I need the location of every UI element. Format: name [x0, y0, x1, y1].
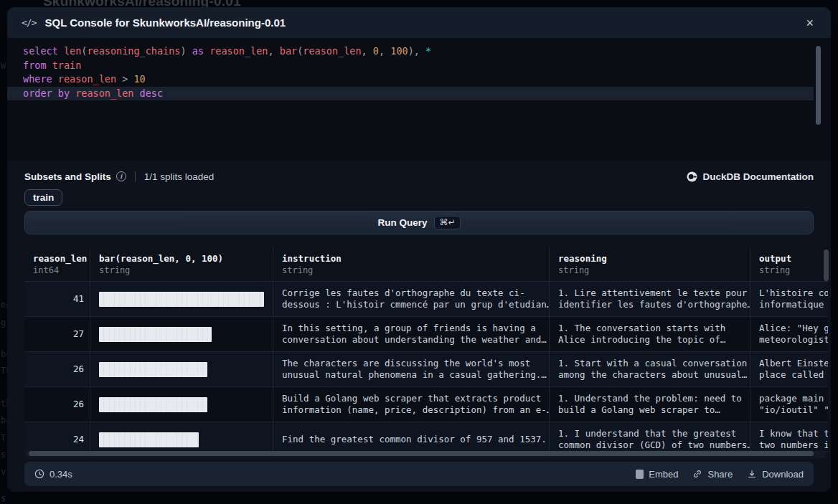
column-header-reason-len[interactable]: reason_len int64 — [24, 247, 90, 281]
sql-token: reason_len — [75, 87, 133, 99]
sql-token: select — [23, 45, 58, 57]
sql-token: reason_len — [58, 73, 116, 85]
table-header-row: reason_len int64 bar(reason_len, 0, 100)… — [24, 247, 828, 282]
cell-reason-len: 41 — [24, 282, 90, 316]
cell-instruction: Build a Golang web scraper that extracts… — [273, 387, 549, 422]
sql-token — [187, 45, 192, 57]
embed-button[interactable]: Embed — [636, 469, 678, 480]
column-name: instruction — [282, 253, 540, 264]
cell-output-text: Albert Einste place called — [759, 358, 828, 381]
share-label: Share — [707, 469, 733, 480]
download-button[interactable]: Download — [747, 469, 804, 480]
splits-title: Subsets and Splits — [24, 171, 111, 182]
sql-token: len — [64, 45, 81, 57]
sql-token: reason_len — [210, 45, 268, 57]
cell-reasoning-text: 1. Start with a casual conversation amon… — [558, 358, 747, 381]
results-table: reason_len int64 bar(reason_len, 0, 100)… — [24, 247, 828, 457]
sql-line[interactable]: order by reason_len desc — [7, 87, 814, 101]
table-row[interactable]: 41Corrige les fautes d'orthographe du te… — [24, 282, 828, 317]
table-row[interactable]: 26The characters are discussing the worl… — [24, 352, 828, 387]
table-row[interactable]: 27In this setting, a group of friends is… — [24, 317, 828, 352]
cell-reasoning-text: 1. Lire attentivement le texte pour iden… — [558, 287, 750, 311]
sql-console-modal: </> SQL Console for SkunkworksAI/reasoni… — [7, 7, 831, 492]
cell-instruction-text: Corrige les fautes d'orthographe du text… — [282, 287, 549, 311]
column-header-output[interactable]: output string — [750, 247, 828, 281]
column-header-bar[interactable]: bar(reason_len, 0, 100) string — [90, 247, 273, 281]
sql-token: reasoning_chains — [87, 45, 180, 57]
cell-output-text: L'histoire co informatique — [759, 287, 828, 311]
cell-output: package main "io/ioutil" " — [750, 387, 828, 422]
cell-reason-len: 26 — [24, 352, 90, 386]
link-icon — [692, 469, 702, 479]
duckdb-logo-icon — [687, 171, 697, 182]
sql-line[interactable]: where reason_len > 10 — [7, 72, 831, 87]
download-label: Download — [762, 469, 804, 480]
column-name: bar(reason_len, 0, 100) — [99, 253, 264, 264]
sql-token: * — [425, 45, 431, 57]
download-icon — [747, 469, 757, 479]
query-duration: 0.34s — [34, 469, 72, 480]
embed-icon — [636, 470, 644, 479]
cell-output: Alice: "Hey g meteorologist — [750, 317, 828, 351]
background-text-fragment: s — [1, 450, 6, 460]
info-icon[interactable]: i — [116, 171, 126, 181]
table-horizontal-scrollbar[interactable] — [29, 451, 814, 456]
divider — [135, 171, 136, 181]
cell-bar — [90, 352, 273, 386]
column-type: int64 — [33, 265, 84, 275]
sql-token: reason_len — [303, 45, 361, 57]
cell-bar — [90, 317, 273, 351]
cell-reason-len: 27 — [24, 317, 90, 351]
cell-reasoning: 1. The conversation starts with Alice in… — [549, 317, 750, 351]
sql-token: by — [58, 87, 70, 99]
sql-line[interactable]: select len(reasoning_chains) as reason_l… — [7, 44, 831, 59]
column-name: reasoning — [558, 253, 741, 264]
share-button[interactable]: Share — [692, 469, 733, 480]
column-name: output — [759, 253, 819, 264]
sql-token: 100 — [390, 45, 408, 57]
background-text-fragment: W — [1, 61, 6, 71]
run-query-button[interactable]: Run Query ⌘↵ — [24, 211, 814, 234]
sql-token — [52, 73, 58, 85]
sql-token: order — [23, 87, 52, 99]
bar-visualization — [99, 327, 212, 342]
column-header-reasoning[interactable]: reasoning string — [549, 247, 750, 281]
sql-token: train — [52, 60, 82, 71]
sql-token: desc — [140, 87, 164, 99]
bar-visualization — [99, 397, 207, 412]
sql-token — [52, 87, 58, 99]
editor-vertical-scrollbar[interactable] — [816, 46, 821, 125]
sql-token: , — [379, 45, 385, 57]
sql-editor[interactable]: select len(reasoning_chains) as reason_l… — [7, 39, 831, 161]
table-vertical-scrollbar[interactable] — [824, 249, 829, 281]
sql-line[interactable]: from train — [7, 59, 831, 73]
column-type: string — [99, 265, 264, 275]
close-icon[interactable]: × — [803, 15, 816, 31]
column-type: string — [759, 265, 819, 275]
column-header-instruction[interactable]: instruction string — [273, 247, 549, 281]
sql-token: as — [192, 45, 204, 57]
bar-visualization — [99, 432, 199, 447]
query-duration-value: 0.34s — [50, 469, 72, 480]
sql-token — [274, 45, 280, 57]
column-type: string — [558, 265, 741, 275]
split-chips: train — [24, 189, 62, 206]
cell-bar — [90, 387, 273, 422]
table-body: 41Corrige les fautes d'orthographe du te… — [24, 282, 828, 457]
split-chip-train[interactable]: train — [24, 189, 62, 206]
background-text-fragment: T — [1, 433, 6, 443]
cell-reason-len: 26 — [24, 387, 90, 422]
embed-label: Embed — [649, 469, 678, 480]
table-row[interactable]: 26Build a Golang web scraper that extrac… — [24, 387, 828, 422]
cell-bar — [90, 282, 273, 316]
sql-editor-lines: select len(reasoning_chains) as reason_l… — [7, 44, 831, 100]
duckdb-documentation-link[interactable]: DuckDB Documentation — [687, 171, 814, 182]
sql-token: , — [362, 45, 367, 57]
clock-icon — [34, 469, 44, 479]
bar-visualization — [99, 292, 264, 307]
sql-token: 10 — [133, 73, 145, 85]
keyboard-shortcut-badge: ⌘↵ — [434, 216, 460, 229]
footer-actions: Embed Share Download — [636, 469, 804, 480]
column-type: string — [282, 265, 540, 275]
sql-token: ) — [181, 45, 187, 57]
